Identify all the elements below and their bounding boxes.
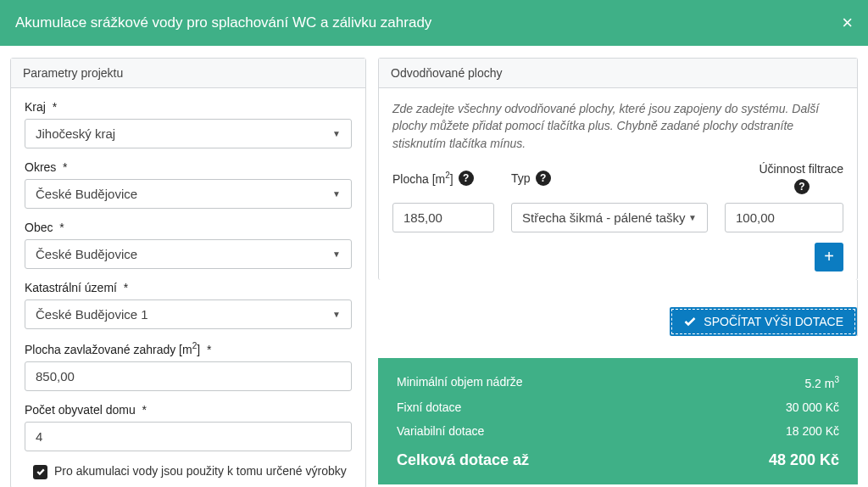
select-katastr-value: České Budějovice 1 [36, 307, 148, 322]
label-kraj: Kraj * [25, 100, 352, 114]
modal-title: Akumulace srážkové vody pro splachování … [15, 14, 431, 31]
input-surface-ucinnost[interactable]: 100,00 [725, 203, 843, 232]
label-obyvatel: Počet obyvatel domu * [25, 403, 352, 417]
calculate-button[interactable]: SPOČÍTAT VÝŠI DOTACE [670, 307, 857, 336]
close-icon[interactable]: × [842, 12, 853, 34]
help-icon[interactable]: ? [536, 171, 551, 186]
select-surface-typ[interactable]: Střecha šikmá - pálené tašky ▼ [511, 203, 708, 232]
panel-title-parametry: Parametry projektu [11, 59, 365, 88]
select-okres[interactable]: České Budějovice ▼ [25, 179, 352, 209]
add-surface-button[interactable]: + [815, 243, 843, 271]
summary-row-total: Celková dotace až 48 200 Kč [397, 443, 839, 474]
label-plocha-zahrady: Plocha zavlažované zahrady [m2] * [25, 341, 352, 356]
panel-plochy: Odvodňované plochy Zde zadejte všechny o… [378, 58, 858, 280]
label-obec: Obec * [25, 221, 352, 234]
label-katastr: Katastrální území * [25, 281, 352, 294]
chevron-down-icon: ▼ [332, 249, 341, 259]
help-icon[interactable]: ? [459, 171, 474, 186]
input-plocha-zahrady[interactable]: 850,00 [25, 361, 352, 391]
input-obyvatel[interactable]: 4 [25, 422, 352, 451]
checkbox-vyrobky[interactable] [33, 465, 47, 479]
check-icon [683, 315, 697, 328]
header-ucinnost: Účinnost filtrace ? [725, 162, 843, 194]
chevron-down-icon: ▼ [332, 129, 341, 138]
select-kraj[interactable]: Jihočeský kraj ▼ [25, 119, 352, 148]
chevron-down-icon: ▼ [332, 189, 341, 199]
select-obec[interactable]: České Budějovice ▼ [25, 239, 352, 269]
summary-row-variabilni: Variabilní dotace 18 200 Kč [397, 419, 839, 443]
select-obec-value: České Budějovice [36, 247, 137, 261]
surface-row: 185,00 Střecha šikmá - pálené tašky ▼ 10… [392, 203, 843, 232]
help-icon[interactable]: ? [794, 179, 810, 194]
select-katastr[interactable]: České Budějovice 1 ▼ [25, 299, 352, 329]
select-kraj-value: Jihočeský kraj [36, 126, 115, 141]
input-surface-plocha[interactable]: 185,00 [392, 203, 494, 232]
summary-panel: Minimální objem nádrže 5.2 m3 Fixní dota… [378, 358, 858, 484]
help-text-plochy: Zde zadejte všechny odvodňované plochy, … [392, 100, 843, 152]
summary-row-objem: Minimální objem nádrže 5.2 m3 [397, 370, 839, 395]
panel-title-plochy: Odvodňované plochy [379, 59, 857, 88]
panel-parametry: Parametry projektu Kraj * Jihočeský kraj… [10, 58, 366, 487]
checkbox-vyrobky-row[interactable]: Pro akumulaci vody jsou použity k tomu u… [25, 463, 352, 480]
calculate-button-label: SPOČÍTAT VÝŠI DOTACE [704, 315, 843, 328]
summary-row-fixni: Fixní dotace 30 000 Kč [397, 395, 839, 419]
input-obyvatel-value: 4 [36, 429, 42, 444]
checkbox-vyrobky-label: Pro akumulaci vody jsou použity k tomu u… [54, 463, 347, 480]
header-plocha: Plocha [m2] ? [392, 162, 494, 194]
input-plocha-zahrady-value: 850,00 [36, 369, 75, 383]
header-typ: Typ ? [511, 162, 708, 194]
plus-icon: + [824, 247, 834, 266]
chevron-down-icon: ▼ [332, 310, 341, 319]
modal-header: Akumulace srážkové vody pro splachování … [0, 0, 868, 46]
chevron-down-icon: ▼ [688, 213, 697, 222]
select-okres-value: České Budějovice [36, 187, 137, 201]
label-okres: Okres * [25, 160, 352, 174]
